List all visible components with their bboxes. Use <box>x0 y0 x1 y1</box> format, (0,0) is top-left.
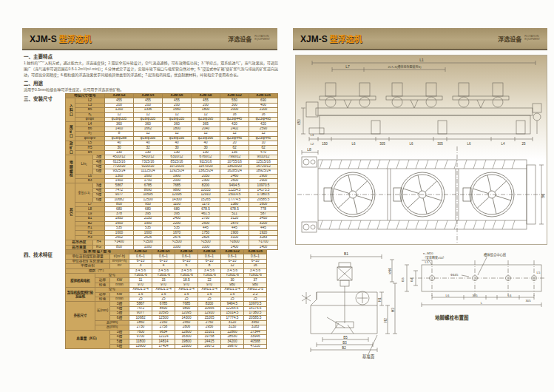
tech-heading: 四、技术特征 <box>24 251 53 258</box>
table-cell: 尾矿口 <box>66 122 75 141</box>
dim-b4: B4 <box>410 277 413 282</box>
table-cell: 放矿口 <box>66 141 75 155</box>
dim-l6a: L6 <box>351 142 356 146</box>
table-cell: 单位容积矿浆处理量 <box>66 259 110 263</box>
bolt-layout-drawing: n₁-M20 （安装精度±50） 槽体组合中心线 B3 B4 L5 Φ445 L… <box>401 249 547 317</box>
dim-b6: B6 <box>541 194 545 198</box>
dim-305a: 305 <box>379 142 385 146</box>
dim-l4: L4 <box>501 142 505 146</box>
dim-305b: 305 <box>437 142 443 146</box>
plan-view-drawing: L8 B6 <box>297 146 545 243</box>
table-cell: 47210 <box>244 344 267 348</box>
side-view-drawing: L1 L7 2L7+S(槽体组合图使用S) 650 L3 L2 150 L6 3… <box>297 58 545 146</box>
section-view-drawing: B1 >H4 H1 H2 H3 B5 B3 B2 基准面 <box>294 246 399 359</box>
dim-h1: H1 <box>378 297 382 302</box>
dim-l3: L3 <box>311 133 314 137</box>
dim-l6b: L6 <box>409 142 413 146</box>
tech-characteristics-table: 技 术 特 征 / 型 号XJM-S3XJM-S4XJM-S6XJM-S8XJM… <box>65 249 267 349</box>
table-cell: 13900 <box>129 344 152 348</box>
dim-25: 25 <box>521 142 526 146</box>
catalog-spread: XJM-S 型浮选机 浮选设备 FLOTATION EQUIPMENT XJM-… <box>0 0 554 392</box>
dim-650: 650 <box>297 119 301 125</box>
install-dimensions-table-wrap: 特征尺寸/型号XJM-S3XJM-S4XJM-S6XJM-S8XJM-S12XJ… <box>65 93 277 250</box>
dim-l1: L1 <box>419 58 424 62</box>
table-cell: 17404 <box>152 344 175 348</box>
table-cell: 29072 <box>198 344 221 348</box>
dim-b3: B3 <box>342 341 347 345</box>
usage-heading: 二、用途 <box>24 79 278 87</box>
dim-150: 150 <box>322 142 328 146</box>
table-cell: L/n₁ <box>75 155 93 175</box>
table-cell: 搅拌机构电机 <box>66 273 95 287</box>
dim-phi445: Φ445 <box>450 273 459 277</box>
category-cn: 浮选设备 <box>498 35 521 43</box>
table-cell: 长(mm) <box>95 302 110 321</box>
product-title: 型浮选机 <box>330 33 362 44</box>
brand-title: XJM-S 型浮选机 <box>30 33 92 44</box>
dim-l5a: L5 <box>425 260 429 264</box>
table-cell: 39870 <box>221 344 244 348</box>
table-cell: m³/(m³·h) <box>110 259 129 263</box>
note-centerline: 槽体组合中心线 <box>484 252 507 257</box>
dim-l2: L2 <box>311 142 314 146</box>
category-en: FLOTATION EQUIPMENT <box>254 36 270 41</box>
category-en: FLOTATION EQUIPMENT <box>524 36 540 41</box>
dim-b2: B2 <box>342 346 346 350</box>
dim-l6b: L6 <box>508 294 512 297</box>
tech-table-wrap: 技 术 特 征 / 型 号XJM-S3XJM-S4XJM-S6XJM-S8XJM… <box>65 249 266 349</box>
table-cell: 23300 <box>175 344 198 348</box>
dim-l6a: L6 <box>446 294 450 297</box>
product-title: 型浮选机 <box>59 33 92 44</box>
table-cell: 单位容积煤浆处理量 <box>66 254 110 259</box>
dim-l7: L7 <box>345 64 350 69</box>
table-cell: 总重量（KG） <box>66 330 110 349</box>
table-cell: 地脚螺栓 <box>66 155 75 183</box>
table-cell: 全长(L1) <box>75 183 93 203</box>
dim-305b: 305 <box>525 299 531 303</box>
bolt-layout-caption: 地脚螺栓布置图 <box>435 314 469 321</box>
install-dimensions-table: 特征尺寸/型号XJM-S3XJM-S4XJM-S6XJM-S8XJM-S12XJ… <box>65 93 278 250</box>
features-heading: 一、主要特点 <box>24 53 278 60</box>
dim-h3: H3 <box>391 308 395 312</box>
dim-305a: 305 <box>472 294 478 297</box>
left-page-header: XJM-S 型浮选机 浮选设备 FLOTATION EQUIPMENT <box>22 28 277 50</box>
table-cell: 刮泡机构摆线针轮减速机 <box>66 288 95 302</box>
model-name: XJM-S <box>300 34 328 44</box>
dim-b1: B1 <box>344 251 348 256</box>
category-en-line2: EQUIPMENT <box>524 38 540 41</box>
datum-label: 基准面 <box>362 354 375 359</box>
dim-l6c: L6 <box>467 142 471 146</box>
dim-b5: B5 <box>343 336 348 339</box>
note-tolerance: （安装精度±50） <box>423 255 446 260</box>
table-cell: 6槽 <box>110 344 129 348</box>
category-cn: 浮选设备 <box>228 35 251 43</box>
brand-title: XJM-S 型浮选机 <box>300 33 362 44</box>
dim-l5b: L5 <box>537 271 541 274</box>
features-paragraph: 1.独特的"⌒"入料方式，通过能力大，浮选速度快；2.双层伞形叶轮设计，空气流道… <box>24 61 278 78</box>
right-page-header: XJM-S 型浮选机 浮选设备 FLOTATION EQUIPMENT <box>293 28 547 50</box>
dim-l8: L8 <box>307 147 311 152</box>
dim-b3: B3 <box>401 277 405 282</box>
model-name: XJM-S <box>30 34 57 44</box>
category-block: 浮选设备 FLOTATION EQUIPMENT <box>498 35 540 43</box>
dim-h4: >H4 <box>388 268 392 274</box>
table-cell: 入料口 <box>66 98 75 122</box>
note-bolt-spec: n₁-M20 <box>423 251 433 255</box>
usage-paragraph: 适用于0.5mm粒级各种可浮性煤泥，也可用于浮选其他矿物。 <box>24 87 278 93</box>
dim-combo: 2L7+S(槽体组合图使用S) <box>388 64 422 69</box>
category-en-line2: EQUIPMENT <box>254 38 270 41</box>
table-cell: 外形尺寸 <box>66 302 95 330</box>
category-block: 浮选设备 FLOTATION EQUIPMENT <box>228 35 270 43</box>
dim-total: L <box>481 301 483 305</box>
dim-h2: H2 <box>384 318 388 322</box>
table-cell: 其它 <box>66 183 75 240</box>
